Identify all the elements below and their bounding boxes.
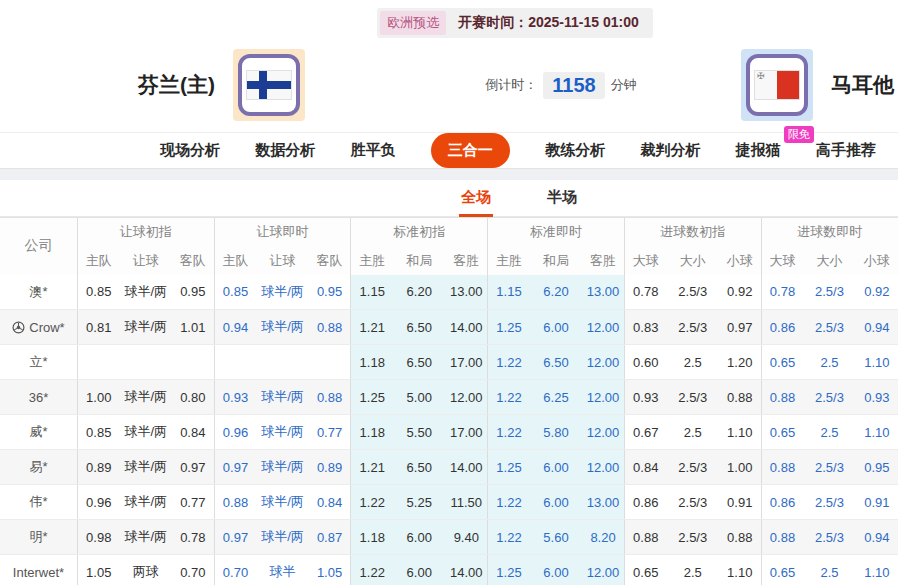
- odds-cell: 14.00: [445, 310, 487, 345]
- odds-cell: 0.88: [624, 520, 666, 555]
- odds-cell: 0.88: [719, 520, 761, 555]
- odds-cell: 1.00: [719, 450, 761, 485]
- odds-cell: 0.89: [309, 450, 351, 485]
- odds-cell: 1.22: [351, 485, 393, 520]
- odds-cell: 球半: [256, 555, 308, 585]
- nav-tabs: 现场分析数据分析胜平负三合一教练分析裁判分析捷报猫限免高手推荐: [0, 132, 898, 169]
- odds-cell: 17.00: [445, 415, 487, 450]
- kickoff-time: 开赛时间：2025-11-15 01:00: [458, 14, 639, 32]
- odds-cell: 9.40: [445, 520, 487, 555]
- odds-cell: 0.77: [172, 485, 214, 520]
- odds-cell: 1.25: [488, 450, 530, 485]
- odds-cell: 14.00: [445, 555, 487, 585]
- nav-tab-8[interactable]: 高手推荐: [816, 141, 876, 160]
- odds-cell: 12.00: [582, 415, 624, 450]
- col-group-header: 标准初指: [351, 218, 488, 247]
- odds-cell: 2.5/3: [667, 450, 719, 485]
- odds-cell: 6.20: [530, 275, 582, 310]
- odds-cell: 11.50: [445, 485, 487, 520]
- kickoff-bar: 欧洲预选 开赛时间：2025-11-15 01:00: [0, 8, 898, 38]
- company-cell[interactable]: 36*: [0, 380, 77, 415]
- odds-cell: 14.00: [445, 450, 487, 485]
- odds-cell: 球半/两: [256, 380, 308, 415]
- company-cell[interactable]: Interwet*: [0, 555, 77, 585]
- nav-tab-4[interactable]: 三合一: [431, 133, 510, 168]
- company-cell[interactable]: 易*: [0, 450, 77, 485]
- odds-cell: 1.22: [488, 485, 530, 520]
- odds-cell: 球半/两: [120, 450, 172, 485]
- odds-cell: 0.83: [624, 310, 666, 345]
- odds-cell: 5.80: [530, 415, 582, 450]
- odds-cell: 2.5: [803, 555, 855, 585]
- company-name: 伟*: [29, 494, 47, 509]
- odds-cell: 0.95: [172, 275, 214, 310]
- table-row: 伟*0.96球半/两0.770.88球半/两0.841.225.2511.501…: [0, 485, 898, 520]
- nav-tab-7[interactable]: 捷报猫限免: [736, 141, 781, 160]
- odds-cell: 6.25: [530, 380, 582, 415]
- league-badge: 欧洲预选: [380, 11, 446, 35]
- odds-cell: 球半/两: [120, 485, 172, 520]
- odds-cell: 1.21: [351, 450, 393, 485]
- odds-cell: [214, 345, 256, 380]
- company-cell[interactable]: 伟*: [0, 485, 77, 520]
- odds-cell: 球半/两: [256, 310, 308, 345]
- odds-cell: 球半/两: [120, 275, 172, 310]
- odds-cell: 13.00: [582, 485, 624, 520]
- odds-cell: 12.00: [582, 310, 624, 345]
- col-subheader: 让球: [120, 247, 172, 275]
- nav-tab-3[interactable]: 胜平负: [351, 141, 396, 160]
- odds-cell: 2.5/3: [803, 310, 855, 345]
- odds-cell: 0.88: [309, 310, 351, 345]
- company-cell[interactable]: 威*: [0, 415, 77, 450]
- odds-cell: 13.00: [445, 275, 487, 310]
- period-tab-1[interactable]: 全场: [459, 180, 493, 217]
- odds-cell: 0.86: [624, 485, 666, 520]
- nav-tab-6[interactable]: 裁判分析: [640, 141, 700, 160]
- company-cell[interactable]: 明*: [0, 520, 77, 555]
- col-subheader: 小球: [856, 247, 898, 275]
- odds-cell: 1.21: [351, 310, 393, 345]
- odds-cell: 球半/两: [120, 310, 172, 345]
- odds-cell: 0.65: [761, 555, 803, 585]
- period-tab-2[interactable]: 半场: [545, 180, 579, 217]
- company-cell[interactable]: 立*: [0, 345, 77, 380]
- odds-cell: 0.96: [214, 415, 256, 450]
- odds-cell: 0.84: [624, 450, 666, 485]
- odds-cell: 0.95: [309, 275, 351, 310]
- nav-tab-5[interactable]: 教练分析: [545, 141, 605, 160]
- odds-cell: 12.00: [445, 380, 487, 415]
- odds-cell: 2.5/3: [803, 275, 855, 310]
- col-group-header: 标准即时: [488, 218, 625, 247]
- nav-tab-1[interactable]: 现场分析: [160, 141, 220, 160]
- odds-cell: 0.85: [77, 415, 119, 450]
- odds-cell: 6.50: [393, 310, 445, 345]
- col-subheader: 主队: [214, 247, 256, 275]
- company-name: 易*: [29, 459, 47, 474]
- odds-cell: 2.5/3: [667, 380, 719, 415]
- table-row: 威*0.85球半/两0.840.96球半/两0.771.185.5017.001…: [0, 415, 898, 450]
- col-header-company: 公司: [0, 218, 77, 275]
- col-subheader: 客胜: [445, 247, 487, 275]
- odds-cell: 0.94: [214, 310, 256, 345]
- odds-cell: 6.00: [393, 520, 445, 555]
- odds-cell: [172, 345, 214, 380]
- odds-cell: 6.50: [393, 450, 445, 485]
- odds-cell: 2.5/3: [803, 380, 855, 415]
- odds-cell: 球半/两: [256, 485, 308, 520]
- odds-cell: 球半/两: [256, 450, 308, 485]
- odds-cell: 5.25: [393, 485, 445, 520]
- nav-tab-2[interactable]: 数据分析: [255, 141, 315, 160]
- odds-cell: 12.00: [582, 380, 624, 415]
- odds-cell: 1.22: [351, 555, 393, 585]
- table-row: 澳*0.85球半/两0.950.85球半/两0.951.156.2013.001…: [0, 275, 898, 310]
- odds-cell: 0.77: [309, 415, 351, 450]
- odds-cell: 5.60: [530, 520, 582, 555]
- divider-band: [0, 169, 898, 180]
- table-row: Crow*0.81球半/两1.010.94球半/两0.881.216.5014.…: [0, 310, 898, 345]
- odds-cell: 球半/两: [120, 520, 172, 555]
- odds-cell: 17.00: [445, 345, 487, 380]
- company-cell[interactable]: Crow*: [0, 310, 77, 345]
- company-cell[interactable]: 澳*: [0, 275, 77, 310]
- col-subheader: 大小: [667, 247, 719, 275]
- odds-cell: 1.25: [488, 555, 530, 585]
